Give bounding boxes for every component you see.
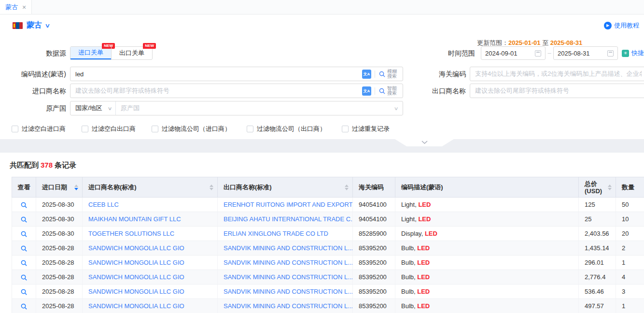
- led-highlight: LED: [417, 288, 430, 295]
- importer-link[interactable]: SANDWICH MONGOLIA LLC GIO: [88, 273, 184, 281]
- quantity-cell: 20: [616, 227, 644, 241]
- view-record-button[interactable]: [20, 216, 28, 223]
- translate-icon[interactable]: 文A: [362, 86, 371, 96]
- view-cell: [12, 256, 36, 270]
- tab-export-declarations[interactable]: 出口关单 NEW: [111, 47, 152, 59]
- view-cell: [12, 270, 36, 285]
- importer-link[interactable]: SANDWICH MONGOLIA LLC GIO: [88, 302, 184, 310]
- exporter-link[interactable]: SANDVIK MINING AND CONSTRUCTION L...: [224, 244, 353, 252]
- tab-mongolia[interactable]: 蒙古 ×: [0, 0, 32, 14]
- exporter-link[interactable]: BEIJING AHATU INTERNATIONAL TRADE C...: [224, 215, 353, 223]
- exporter-link[interactable]: SANDVIK MINING AND CONSTRUCTION L...: [224, 302, 353, 310]
- importer-link[interactable]: TOGETHER SOLUTIONS LLC: [88, 230, 174, 237]
- close-icon[interactable]: ×: [22, 4, 26, 11]
- exporter-link[interactable]: SANDVIK MINING AND CONSTRUCTION L...: [224, 259, 353, 266]
- hs-code-input[interactable]: 支持4位以上海关编码，或2位海关编码加上产品描述、企业名称: [470, 67, 644, 81]
- table-row: 2025-08-30 CEEB LLC ERENHOT RUITONG IMPO…: [12, 198, 644, 212]
- quantity-cell: 50: [616, 198, 644, 212]
- translate-icon[interactable]: 文A: [362, 70, 371, 79]
- importer-cell: MAIKHAN MOUNTAIN GIFT LLC: [83, 212, 218, 227]
- magnifier-icon: [20, 274, 28, 281]
- exporter-cell: SANDVIK MINING AND CONSTRUCTION L...: [218, 256, 353, 270]
- import-date-cell: 2025-08-30: [36, 198, 83, 212]
- view-cell: [12, 212, 36, 227]
- sort-control[interactable]: [210, 185, 213, 190]
- collapse-handle[interactable]: [395, 139, 454, 146]
- led-highlight: LED: [425, 230, 437, 237]
- checkbox-filter-duplicates[interactable]: 过滤重复记录: [342, 125, 390, 133]
- view-record-button[interactable]: [20, 245, 28, 252]
- view-record-button[interactable]: [20, 274, 28, 281]
- end-date-input[interactable]: 2025-08-31: [553, 46, 618, 60]
- led-highlight: LED: [417, 259, 430, 266]
- checkbox-filter-logistics-exporter[interactable]: 过滤物流公司（出口商）: [247, 125, 326, 133]
- checkbox-filter-logistics-importer[interactable]: 过滤物流公司（进口商）: [152, 125, 231, 133]
- results-table: 查看 进口日期 进口商名称(标准) 出口商名称(标准) 海关编码: [12, 177, 644, 313]
- importer-link[interactable]: SANDWICH MONGOLIA LLC GIO: [88, 259, 184, 266]
- exporter-cell: SANDVIK MINING AND CONSTRUCTION L...: [218, 241, 353, 256]
- view-record-button[interactable]: [20, 259, 28, 267]
- table-row: 2025-08-28 SANDWICH MONGOLIA LLC GIO SAN…: [12, 285, 644, 299]
- magnifier-icon: [20, 245, 28, 252]
- importer-label: 进口商名称: [0, 84, 66, 98]
- importer-cell: TOGETHER SOLUTIONS LLC: [83, 227, 218, 241]
- search-icon: [378, 71, 386, 78]
- tab-import-declarations[interactable]: 进口关单 NEW: [70, 47, 111, 59]
- exporter-link[interactable]: ERLIAN XINGLONG TRADE CO LTD: [224, 230, 328, 237]
- tutorial-link[interactable]: ▶ 使用教程: [604, 21, 639, 30]
- exporter-input[interactable]: 建议去除公司尾部字符或特殊符号: [470, 84, 644, 98]
- browser-tab-bar: 蒙古 ×: [0, 0, 644, 14]
- importer-input[interactable]: 建议去除公司尾部字符或特殊符号 文A 智能搜索: [70, 84, 403, 98]
- calendar-icon[interactable]: [607, 50, 614, 57]
- code-desc-cell: Bulb, LED: [395, 299, 579, 313]
- sort-control[interactable]: [74, 185, 78, 190]
- checkbox-filter-blank-exporter[interactable]: 过滤空白出口商: [82, 125, 136, 133]
- exporter-link[interactable]: SANDVIK MINING AND CONSTRUCTION L...: [224, 288, 353, 295]
- code-desc-cell: Light, LED: [395, 212, 579, 227]
- calendar-icon[interactable]: [535, 50, 541, 57]
- code-desc-label: 编码描述(蒙语): [0, 67, 66, 81]
- importer-placeholder: 建议去除公司尾部字符或特殊符号: [75, 86, 169, 95]
- data-source-label: 数据源: [0, 46, 66, 60]
- origin-region-select[interactable]: 国家/地区 ∨: [70, 101, 116, 115]
- code-desc-cell: Bulb, LED: [395, 256, 579, 270]
- importer-link[interactable]: SANDWICH MONGOLIA LLC GIO: [88, 244, 184, 252]
- hs-code-cell: 85285900: [353, 227, 395, 241]
- exporter-label: 出口商名称: [425, 84, 466, 98]
- view-record-button[interactable]: [20, 230, 28, 238]
- table-row: 2025-08-28 SANDWICH MONGOLIA LLC GIO SAN…: [12, 299, 644, 313]
- tutorial-icon: ▶: [604, 22, 612, 29]
- fuzzy-search-button[interactable]: 模糊搜索: [378, 69, 398, 79]
- view-record-button[interactable]: [20, 288, 28, 296]
- hs-code-cell: 85395200: [353, 270, 395, 285]
- new-badge: NEW: [143, 43, 156, 49]
- start-date-input[interactable]: 2024-09-01: [481, 46, 546, 60]
- chevron-down-icon: ∨: [393, 106, 398, 111]
- importer-link[interactable]: CEEB LLC: [88, 201, 119, 208]
- mongolia-flag-icon: [13, 22, 23, 29]
- led-highlight: LED: [418, 201, 431, 208]
- led-highlight: LED: [417, 273, 430, 281]
- smart-search-button[interactable]: 智能搜索: [378, 86, 398, 96]
- view-record-button[interactable]: [20, 201, 28, 209]
- origin-country-placeholder[interactable]: 原产国: [116, 104, 394, 113]
- code-desc-input[interactable]: led 文A 模糊搜索: [70, 67, 403, 81]
- import-date-cell: 2025-08-28: [36, 299, 83, 313]
- sort-control[interactable]: [345, 185, 349, 190]
- magnifier-icon: [20, 201, 28, 209]
- exporter-link[interactable]: ERENHOT RUITONG IMPORT AND EXPORT ...: [224, 201, 353, 208]
- chevron-down-icon[interactable]: ∨: [44, 22, 50, 29]
- total-price-cell: 1,435.14: [579, 241, 616, 256]
- result-count: 378: [39, 161, 55, 169]
- exporter-cell: SANDVIK MINING AND CONSTRUCTION L...: [218, 299, 353, 313]
- importer-link[interactable]: SANDWICH MONGOLIA LLC GIO: [88, 288, 184, 295]
- importer-link[interactable]: MAIKHAN MOUNTAIN GIFT LLC: [88, 215, 181, 223]
- exporter-link[interactable]: SANDVIK MINING AND CONSTRUCTION L...: [224, 273, 353, 281]
- import-date-cell: 2025-08-30: [36, 212, 83, 227]
- led-highlight: LED: [417, 302, 430, 310]
- quick-search-link[interactable]: ✳ 快捷搜索: [622, 49, 644, 57]
- checkbox-filter-blank-importer[interactable]: 过滤空白进口商: [12, 125, 66, 133]
- view-cell: [12, 241, 36, 256]
- view-record-button[interactable]: [20, 303, 28, 310]
- sort-control[interactable]: [608, 185, 612, 190]
